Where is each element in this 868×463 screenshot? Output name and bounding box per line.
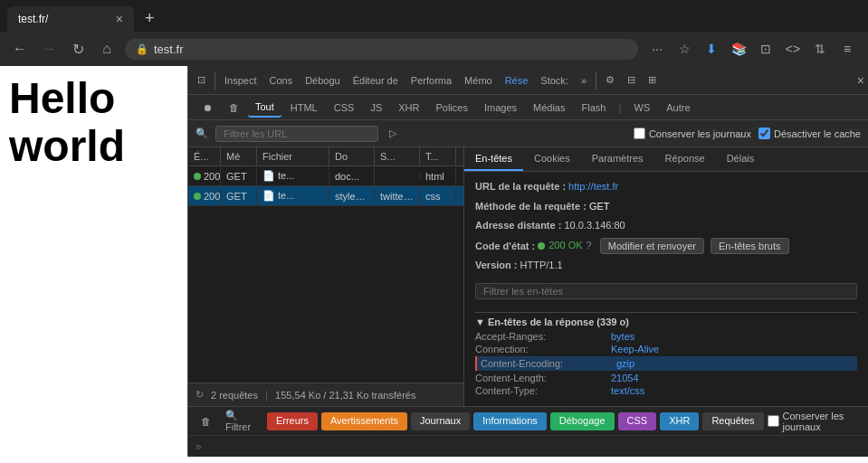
- table-row[interactable]: 200 GET 📄 te... styles... twitter... css: [188, 186, 463, 206]
- dt-editor-btn[interactable]: Éditeur de: [348, 71, 404, 90]
- console-tab-xhr[interactable]: XHR: [660, 412, 699, 430]
- dt-close-btn[interactable]: ×: [857, 73, 864, 88]
- console-tab-debug[interactable]: Débogage: [550, 412, 615, 430]
- net-tab-all[interactable]: Tout: [248, 98, 281, 118]
- dt-inspect-btn[interactable]: Inspect: [219, 71, 262, 90]
- header-name-connection: Connection:: [475, 344, 611, 354]
- dt-settings-btn[interactable]: ⚙: [600, 71, 620, 90]
- detail-tab-params[interactable]: Paramètres: [581, 147, 654, 171]
- network-content: É... Mé Fichier Do S... T... 200 GET 📄 t…: [188, 147, 868, 406]
- dt-console-btn[interactable]: Cons: [263, 71, 298, 90]
- dt-memo-btn[interactable]: Mémo: [459, 71, 498, 90]
- browser-chrome: test.fr/ × + ← → ↻ ⌂ 🔒 test.fr ··· ☆ ⬇ 📚…: [0, 0, 868, 66]
- net-tab-html[interactable]: HTML: [283, 99, 325, 117]
- net-clear-btn[interactable]: 🗑: [222, 99, 246, 117]
- console-prompt: »: [196, 440, 202, 453]
- dt-debug-btn[interactable]: Débogu: [300, 71, 346, 90]
- header-domain[interactable]: Do: [329, 147, 375, 165]
- tab-close-btn[interactable]: ×: [116, 12, 123, 26]
- status-code-value: 200 OK ?: [538, 238, 591, 254]
- net-tab-images[interactable]: Images: [477, 99, 524, 117]
- dt-perf-btn[interactable]: Performa: [405, 71, 457, 90]
- download-btn[interactable]: ⬇: [700, 37, 723, 61]
- request-list-headers: É... Mé Fichier Do S... T...: [188, 147, 463, 166]
- console-tab-css[interactable]: CSS: [618, 412, 657, 430]
- filter-expand-btn[interactable]: ▷: [386, 126, 400, 141]
- new-tab-btn[interactable]: +: [138, 5, 162, 32]
- header-method[interactable]: Mé: [221, 147, 257, 165]
- version-value: HTTP/1.1: [520, 260, 563, 270]
- net-tab-xhr[interactable]: XHR: [391, 99, 426, 117]
- modify-resend-btn[interactable]: Modifier et renvoyer: [600, 238, 704, 254]
- dt-storage-btn[interactable]: Stock:: [535, 71, 574, 90]
- star-btn[interactable]: ☆: [672, 37, 696, 61]
- sync-btn[interactable]: ⇅: [808, 37, 832, 61]
- net-tab-fonts[interactable]: Polices: [428, 99, 474, 117]
- dt-more-btn[interactable]: »: [576, 71, 592, 90]
- header-size[interactable]: S...: [375, 147, 420, 165]
- net-record-btn[interactable]: ⏺: [196, 99, 220, 117]
- header-item-encoding[interactable]: Content-Encoding: gzip: [475, 356, 857, 371]
- detail-address-row: Adresse distante : 10.0.3.146:80: [475, 218, 857, 234]
- forward-btn[interactable]: →: [38, 38, 60, 60]
- net-tab-js[interactable]: JS: [363, 99, 389, 117]
- console-input-bar: »: [188, 435, 868, 457]
- table-row[interactable]: 200 GET 📄 te... doc... html: [188, 166, 463, 186]
- filter-input[interactable]: [215, 126, 378, 142]
- detail-tabs: En-têtes Cookies Paramètres Réponse Déla…: [464, 147, 868, 172]
- active-tab[interactable]: test.fr/ ×: [7, 6, 134, 32]
- dt-undock-btn[interactable]: ⊞: [643, 71, 662, 90]
- filter-headers-input[interactable]: [475, 283, 857, 299]
- console-trash-btn[interactable]: 🗑: [196, 414, 216, 429]
- console-tab-info[interactable]: Informations: [473, 412, 547, 430]
- header-item-connection: Connection: Keep-Alive: [475, 344, 857, 354]
- console-tab-warnings[interactable]: Avertissements: [321, 412, 407, 430]
- home-btn[interactable]: ⌂: [96, 38, 118, 60]
- detail-tab-timings[interactable]: Délais: [716, 147, 766, 171]
- status-transfer-size: 155,54 Ko / 21,31 Ko transférés: [275, 390, 415, 401]
- more-btn[interactable]: ···: [645, 37, 669, 61]
- preserve-log-checkbox[interactable]: [634, 128, 645, 139]
- dt-cursor-btn[interactable]: ⊡: [192, 71, 211, 90]
- address-label: Adresse distante :: [475, 220, 561, 231]
- address-bar[interactable]: 🔒 test.fr: [125, 39, 638, 60]
- row1-method: GET: [221, 167, 257, 185]
- console-tab-logs[interactable]: Journaux: [411, 412, 470, 430]
- row1-status-dot: [194, 173, 201, 180]
- detail-tab-cookies[interactable]: Cookies: [523, 147, 581, 171]
- raw-headers-btn[interactable]: En-têtes bruts: [711, 238, 788, 254]
- tab-title: test.fr/: [18, 13, 48, 25]
- menu-btn[interactable]: ≡: [835, 37, 859, 61]
- row1-file: 📄 te...: [257, 166, 329, 185]
- console-preserve-checkbox[interactable]: [768, 415, 779, 427]
- net-tab-flash[interactable]: Flash: [574, 99, 613, 117]
- response-headers-section[interactable]: ▼ En-têtes de la réponse (339 o): [475, 312, 857, 327]
- back-btn[interactable]: ←: [9, 38, 31, 60]
- dt-split-btn[interactable]: ⊟: [622, 71, 641, 90]
- header-status[interactable]: É...: [188, 147, 221, 165]
- console-tab-requests[interactable]: Requêtes: [702, 412, 763, 430]
- reader-btn[interactable]: ⊡: [754, 37, 777, 61]
- net-tab-css[interactable]: CSS: [327, 99, 362, 117]
- header-val-connection: Keep-Alive: [611, 344, 659, 354]
- refresh-btn[interactable]: ↻: [67, 38, 89, 60]
- method-value: GET: [589, 201, 610, 212]
- code-btn[interactable]: <>: [781, 37, 805, 61]
- detail-tab-response[interactable]: Réponse: [654, 147, 716, 171]
- net-tab-ws[interactable]: WS: [627, 99, 658, 117]
- detail-tab-headers[interactable]: En-têtes: [464, 147, 523, 171]
- status-help-icon[interactable]: ?: [587, 238, 592, 254]
- dt-network-btn[interactable]: Rése: [500, 71, 534, 90]
- console-filter-btn[interactable]: 🔍 Filtrer: [220, 408, 263, 434]
- disable-cache-checkbox[interactable]: [758, 128, 770, 139]
- net-tab-media[interactable]: Médias: [526, 99, 572, 117]
- header-val-type: text/css: [611, 385, 644, 396]
- filter-icon: 🔍: [196, 128, 208, 139]
- library-btn[interactable]: 📚: [727, 37, 750, 61]
- net-tab-other[interactable]: Autre: [659, 99, 697, 117]
- console-tab-errors[interactable]: Erreurs: [267, 412, 318, 430]
- header-type[interactable]: T...: [420, 147, 456, 165]
- page-hello-world: Hello world: [9, 75, 178, 171]
- header-file[interactable]: Fichier: [257, 147, 329, 165]
- detail-version-row: Version : HTTP/1.1: [475, 258, 857, 274]
